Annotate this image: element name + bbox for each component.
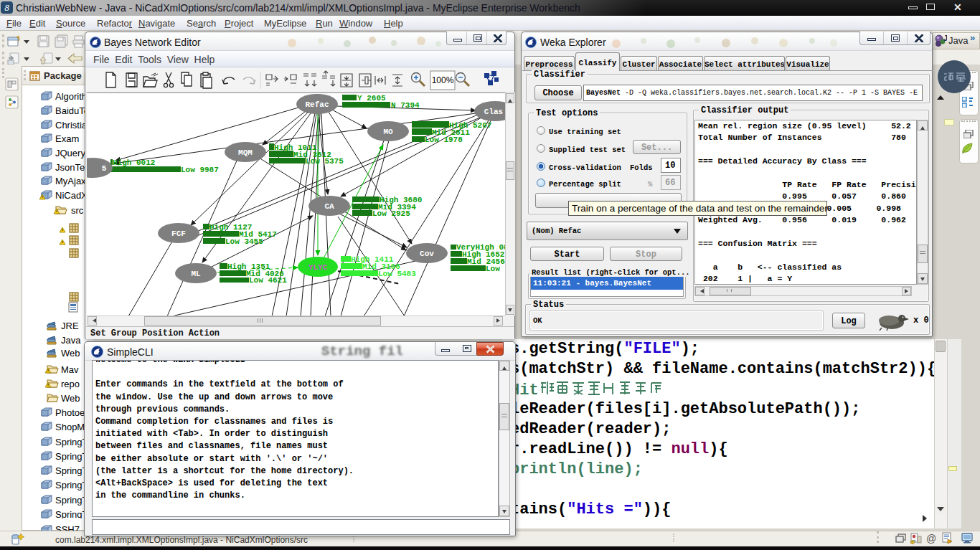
svg-text:Low 5375: Low 5375 xyxy=(306,157,344,166)
svg-text:MyAjax: MyAjax xyxy=(55,176,86,186)
svg-text:Cov: Cov xyxy=(420,250,434,258)
svg-text:Low 5483: Low 5483 xyxy=(378,270,416,278)
svg-text:Low: Low xyxy=(486,265,500,273)
svg-text:Photoel: Photoel xyxy=(55,407,87,418)
svg-text:J: J xyxy=(943,34,947,42)
svg-text:Web: Web xyxy=(61,348,80,359)
svg-text:Low 9987: Low 9987 xyxy=(181,166,219,174)
svg-text:Low 4621: Low 4621 xyxy=(249,276,287,285)
svg-text:ML: ML xyxy=(191,270,201,278)
svg-text:src: src xyxy=(71,205,84,216)
svg-text:repo: repo xyxy=(61,379,80,389)
svg-text:Web: Web xyxy=(61,393,80,404)
svg-text:Exam: Exam xyxy=(55,133,79,144)
svg-text:JRE: JRE xyxy=(61,321,79,331)
svg-text:FCF: FCF xyxy=(171,229,186,238)
svg-text:Clas: Clas xyxy=(484,108,503,116)
svg-text:Low 3455: Low 3455 xyxy=(225,237,263,246)
svg-text:SpringT: SpringT xyxy=(55,451,88,462)
svg-text:Low 2925: Low 2925 xyxy=(372,209,410,218)
svg-text:Java: Java xyxy=(61,335,81,346)
svg-text:SpringT: SpringT xyxy=(55,509,88,518)
svg-text:SpringT: SpringT xyxy=(55,480,88,490)
svg-text:MQM: MQM xyxy=(238,148,253,157)
svg-text:SpringT: SpringT xyxy=(55,495,88,506)
svg-text:Y 2605: Y 2605 xyxy=(357,94,386,103)
svg-text:5: 5 xyxy=(102,164,107,173)
svg-text:CA: CA xyxy=(324,202,334,211)
svg-text:Mav: Mav xyxy=(61,364,79,375)
svg-text:High 0012: High 0012 xyxy=(113,158,155,167)
svg-text:Low 1978: Low 1978 xyxy=(425,136,463,144)
svg-text:100%: 100% xyxy=(432,75,454,85)
svg-text:N 7394: N 7394 xyxy=(391,101,420,110)
svg-text:SpringT: SpringT xyxy=(55,465,88,476)
svg-text:!: ! xyxy=(912,540,913,544)
svg-text:NiCadX: NiCadX xyxy=(55,190,88,201)
svg-text:Refac: Refac xyxy=(305,100,329,109)
svg-text:8: 8 xyxy=(4,2,9,13)
svg-text:YLYC: YLYC xyxy=(308,263,328,272)
svg-text:SpringT: SpringT xyxy=(55,437,88,447)
svg-text:MO: MO xyxy=(383,128,393,136)
